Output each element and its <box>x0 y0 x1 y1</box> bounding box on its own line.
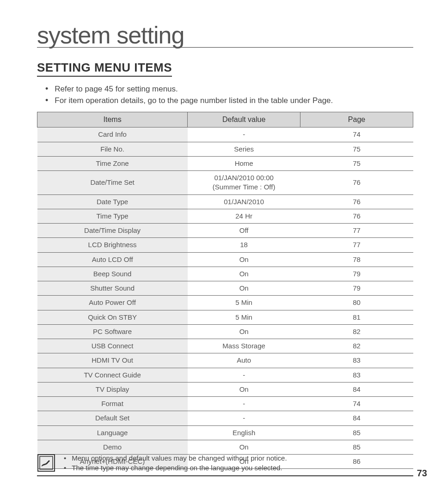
cell-item: Default Set <box>37 411 188 425</box>
cell-page: 84 <box>300 411 413 425</box>
svg-rect-0 <box>38 455 55 471</box>
header-page: Page <box>300 112 413 128</box>
cell-page: 85 <box>300 440 413 454</box>
cell-page: 80 <box>300 296 413 310</box>
table-row: TV DisplayOn84 <box>37 382 413 396</box>
intro-item: For item operation details, go to the pa… <box>45 95 413 106</box>
cell-item: Card Info <box>37 128 188 142</box>
cell-page: 75 <box>300 156 413 170</box>
cell-page: 83 <box>300 368 413 382</box>
cell-item: Demo <box>37 440 188 454</box>
cell-item: Date Type <box>37 194 188 209</box>
table-row: File No.Series75 <box>37 142 413 156</box>
section-title: SETTING MENU ITEMS <box>37 61 172 77</box>
footer-note: The time type may change depending on th… <box>64 463 287 473</box>
cell-item: TV Display <box>37 382 188 396</box>
cell-page: 76 <box>300 209 413 223</box>
table-row: LanguageEnglish85 <box>37 425 413 440</box>
cell-item: LCD Brightness <box>37 238 188 252</box>
cell-default: Home <box>188 156 300 170</box>
cell-default: Series <box>188 142 300 156</box>
cell-item: File No. <box>37 142 188 156</box>
table-row: Auto LCD OffOn78 <box>37 252 413 267</box>
cell-page: 76 <box>300 194 413 209</box>
cell-default: On <box>188 252 300 267</box>
cell-default: - <box>188 397 300 411</box>
cell-item: Time Type <box>37 209 188 223</box>
table-row: HDMI TV OutAuto83 <box>37 353 413 368</box>
table-row: PC SoftwareOn82 <box>37 324 413 339</box>
table-row: Date Type01/JAN/201076 <box>37 194 413 209</box>
table-row: Date/Time Set01/JAN/2010 00:00(Summer Ti… <box>37 171 413 195</box>
cell-page: 84 <box>300 382 413 396</box>
table-header-row: Items Default value Page <box>37 112 413 128</box>
table-row: Card Info-74 <box>37 128 413 142</box>
table-row: Quick On STBY5 Min81 <box>37 310 413 324</box>
cell-default: - <box>188 368 300 382</box>
cell-item: Date/Time Display <box>37 224 188 238</box>
cell-default: 5 Min <box>188 310 300 324</box>
cell-item: Beep Sound <box>37 267 188 281</box>
table-row: Date/Time DisplayOff77 <box>37 224 413 238</box>
cell-item: HDMI TV Out <box>37 353 188 368</box>
cell-default: 01/JAN/2010 <box>188 194 300 209</box>
cell-default: On <box>188 382 300 396</box>
cell-page: 75 <box>300 142 413 156</box>
page-number: 73 <box>417 468 427 479</box>
table-row: Time ZoneHome75 <box>37 156 413 170</box>
cell-page: 77 <box>300 224 413 238</box>
table-row: Auto Power Off5 Min80 <box>37 296 413 310</box>
table-row: TV Connect Guide-83 <box>37 368 413 382</box>
cell-default: - <box>188 411 300 425</box>
cell-default: 5 Min <box>188 296 300 310</box>
cell-item: Shutter Sound <box>37 281 188 296</box>
table-row: Time Type24 Hr76 <box>37 209 413 223</box>
cell-page: 74 <box>300 397 413 411</box>
table-row: LCD Brightness1877 <box>37 238 413 252</box>
table-row: Default Set-84 <box>37 411 413 425</box>
header-default: Default value <box>188 112 300 128</box>
cell-item: Quick On STBY <box>37 310 188 324</box>
intro-item: Refer to page 45 for setting menus. <box>45 83 413 95</box>
cell-default: On <box>188 281 300 296</box>
cell-default: On <box>188 267 300 281</box>
note-icon <box>37 454 55 472</box>
cell-default: 01/JAN/2010 00:00(Summer Time : Off) <box>188 171 300 195</box>
cell-page: 81 <box>300 310 413 324</box>
cell-page: 79 <box>300 281 413 296</box>
cell-item: Format <box>37 397 188 411</box>
footer-notes: Menu options and default values may be c… <box>64 453 287 473</box>
cell-item: PC Software <box>37 324 188 339</box>
cell-default: 24 Hr <box>188 209 300 223</box>
cell-page: 76 <box>300 171 413 195</box>
table-row: Format-74 <box>37 397 413 411</box>
cell-item: Time Zone <box>37 156 188 170</box>
table-row: Beep SoundOn79 <box>37 267 413 281</box>
cell-default: - <box>188 128 300 142</box>
cell-default: Off <box>188 224 300 238</box>
table-row: USB ConnectMass Storage82 <box>37 339 413 353</box>
cell-page: 78 <box>300 252 413 267</box>
cell-page: 74 <box>300 128 413 142</box>
cell-item: Language <box>37 425 188 440</box>
cell-item: USB Connect <box>37 339 188 353</box>
cell-default: Mass Storage <box>188 339 300 353</box>
cell-page: 85 <box>300 425 413 440</box>
cell-item: Date/Time Set <box>37 171 188 195</box>
cell-default: On <box>188 440 300 454</box>
footer-block: Menu options and default values may be c… <box>37 453 413 476</box>
cell-page: 82 <box>300 324 413 339</box>
table-row: DemoOn85 <box>37 440 413 454</box>
cell-page: 82 <box>300 339 413 353</box>
cell-page: 79 <box>300 267 413 281</box>
cell-default: On <box>188 324 300 339</box>
header-items: Items <box>37 112 188 128</box>
settings-table: Items Default value Page Card Info-74Fil… <box>37 112 413 469</box>
cell-default: Auto <box>188 353 300 368</box>
page-title: system setting <box>37 23 413 48</box>
table-row: Shutter SoundOn79 <box>37 281 413 296</box>
cell-page: 83 <box>300 353 413 368</box>
cell-default: English <box>188 425 300 440</box>
cell-item: Auto LCD Off <box>37 252 188 267</box>
cell-item: TV Connect Guide <box>37 368 188 382</box>
